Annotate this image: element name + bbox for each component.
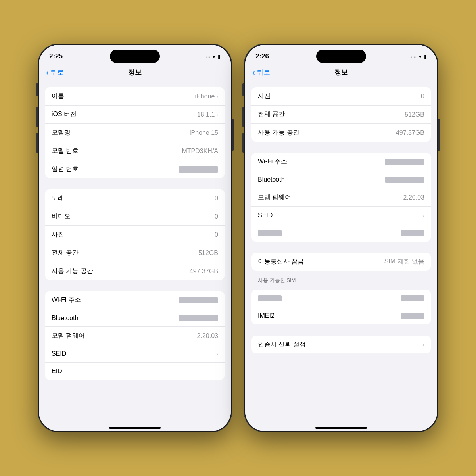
- table-row[interactable]: SEID ›: [45, 345, 225, 363]
- row-label: 전체 공간: [258, 110, 285, 119]
- battery-icon: ▮: [218, 54, 221, 60]
- status-icons: ···· ▾ ▮: [205, 54, 221, 60]
- row-value: [178, 315, 218, 321]
- row-value: [401, 313, 424, 319]
- table-row[interactable]: 이름 iPhone ›: [45, 87, 225, 106]
- row-label: iOS 버전: [52, 110, 77, 119]
- row-label: 사용 가능 공간: [52, 267, 93, 275]
- back-chevron-icon: ‹: [46, 68, 49, 77]
- storage-section-2: 사진 0 전체 공간 512GB 사용 가능 공간 497.37GB: [251, 87, 431, 142]
- table-row: Bluetooth: [45, 309, 225, 327]
- row-value: 512GB: [198, 250, 218, 257]
- row-label: Wi-Fi 주소: [52, 296, 81, 304]
- nav-title-2: 정보: [334, 68, 348, 77]
- carrier-section: 이동통신사 잠금 SIM 제한 없음: [251, 253, 431, 271]
- volume-down-button-2: [242, 133, 244, 153]
- table-row: 사용 가능 공간 497.37GB: [45, 262, 225, 280]
- table-row: Wi-Fi 주소: [251, 153, 431, 171]
- row-value: 497.37GB: [396, 129, 424, 136]
- row-value: [385, 177, 424, 183]
- row-label: 모델명: [52, 129, 71, 137]
- row-value: 0: [215, 231, 218, 238]
- network-section-2: Wi-Fi 주소 Bluetooth 모뎀 펌웨어 2.20.03 SEID ›: [251, 153, 431, 242]
- table-row: [251, 290, 431, 307]
- table-row: 비디오 0: [45, 207, 225, 226]
- row-label: IMEI2: [258, 312, 274, 319]
- row-value: SIM 제한 없음: [384, 257, 424, 266]
- row-label: [258, 229, 282, 236]
- row-value: 0: [215, 213, 218, 220]
- wifi-icon-2: ▾: [419, 54, 422, 60]
- row-label: 이동통신사 잠금: [258, 257, 304, 266]
- table-row: Wi-Fi 주소: [45, 291, 225, 309]
- home-indicator-2: [245, 420, 437, 431]
- back-label: 뒤로: [50, 68, 64, 77]
- table-row: IMEI2: [251, 307, 431, 324]
- back-button[interactable]: ‹ 뒤로: [46, 68, 64, 77]
- row-label: SEID: [258, 212, 273, 219]
- table-row: 이동통신사 잠금 SIM 제한 없음: [251, 253, 431, 271]
- table-row[interactable]: SEID ›: [251, 207, 431, 224]
- device-info-section: 이름 iPhone › iOS 버전 18.1.1 › 모델명 iPhone 1…: [45, 87, 225, 178]
- table-row: 모델 번호 MTPD3KH/A: [45, 142, 225, 160]
- status-time-2: 2:26: [255, 52, 269, 60]
- row-label: 인증서 신뢰 설정: [258, 340, 306, 349]
- row-label: 모뎀 펌웨어: [258, 193, 291, 202]
- row-label: 모뎀 펌웨어: [52, 332, 85, 340]
- row-value: 497.37GB: [190, 268, 218, 275]
- table-row: Bluetooth: [251, 171, 431, 188]
- row-value: [401, 230, 424, 236]
- row-label: 일련 번호: [52, 165, 79, 173]
- table-row: EID: [45, 363, 225, 380]
- row-label: 전체 공간: [52, 249, 79, 257]
- section-label-sim: 사용 가능한 SIM: [245, 274, 437, 286]
- table-row: 모델명 iPhone 15: [45, 124, 225, 142]
- row-value: MTPD3KH/A: [182, 148, 218, 155]
- nav-title: 정보: [128, 68, 142, 77]
- table-row[interactable]: 인증서 신뢰 설정 ›: [251, 336, 431, 353]
- row-label: 사진: [52, 230, 64, 239]
- row-label: 노래: [52, 194, 64, 202]
- table-row: 모뎀 펌웨어 2.20.03: [251, 188, 431, 207]
- status-time: 2:25: [49, 52, 63, 60]
- table-row: 일련 번호: [45, 160, 225, 178]
- row-value: 18.1.1 ›: [197, 111, 218, 118]
- home-bar-2: [315, 427, 367, 429]
- home-indicator: [39, 420, 231, 431]
- settings-content-2: 사진 0 전체 공간 512GB 사용 가능 공간 497.37GB: [245, 80, 437, 420]
- table-row: 전체 공간 512GB: [251, 106, 431, 124]
- signal-icon-2: ····: [411, 54, 416, 60]
- storage-section: 노래 0 비디오 0 사진 0 전체 공간 512GB: [45, 189, 225, 280]
- row-value: [385, 159, 424, 165]
- dynamic-island: [110, 50, 160, 63]
- row-label: Bluetooth: [52, 315, 79, 322]
- row-label: 이름: [52, 92, 64, 100]
- status-icons-2: ···· ▾ ▮: [411, 54, 427, 60]
- row-label: Wi-Fi 주소: [258, 157, 287, 166]
- row-value: iPhone 15: [190, 129, 218, 136]
- row-value: 2.20.03: [197, 332, 218, 340]
- cert-section: 인증서 신뢰 설정 ›: [251, 336, 431, 353]
- row-value: [178, 166, 218, 173]
- wifi-icon: ▾: [213, 54, 215, 60]
- silent-button-2: [242, 83, 244, 96]
- row-label: 사용 가능 공간: [258, 129, 299, 137]
- row-label: 모델 번호: [52, 147, 79, 155]
- table-row: 사용 가능 공간 497.37GB: [251, 124, 431, 142]
- nav-bar: ‹ 뒤로 정보: [39, 65, 231, 80]
- home-bar: [109, 427, 161, 429]
- row-value: iPhone ›: [195, 93, 219, 100]
- row-label: Bluetooth: [258, 176, 285, 183]
- row-value: 512GB: [405, 111, 424, 118]
- table-row: 사진 0: [45, 226, 225, 244]
- table-row[interactable]: iOS 버전 18.1.1 ›: [45, 106, 225, 124]
- row-value: 0: [421, 93, 424, 100]
- back-button-2[interactable]: ‹ 뒤로: [252, 68, 270, 77]
- dynamic-island-2: [316, 50, 366, 63]
- volume-down-button: [36, 133, 38, 153]
- settings-content: 이름 iPhone › iOS 버전 18.1.1 › 모델명 iPhone 1…: [39, 80, 231, 420]
- volume-up-button-2: [242, 107, 244, 127]
- signal-icon: ····: [205, 54, 210, 60]
- row-label: EID: [52, 368, 62, 375]
- back-label-2: 뒤로: [257, 68, 270, 77]
